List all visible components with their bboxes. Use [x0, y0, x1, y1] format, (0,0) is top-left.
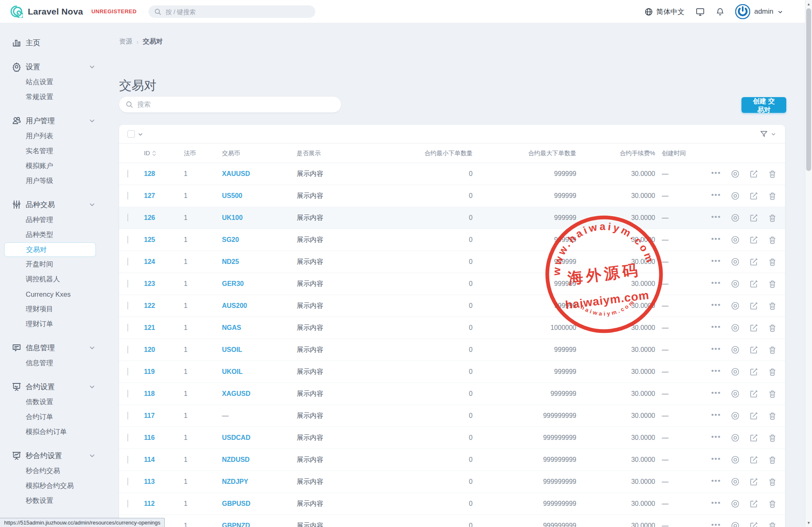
edit-icon[interactable] — [749, 521, 758, 527]
table-row[interactable]: 119 1 UKOIL 展示内容 0 999999 30.0000 — ••• — [119, 361, 785, 383]
row-more-actions-button[interactable]: ••• — [711, 301, 721, 311]
column-header-ID[interactable]: ID — [137, 150, 177, 156]
user-menu[interactable]: admin — [735, 4, 783, 19]
edit-icon[interactable] — [749, 191, 758, 200]
view-icon[interactable] — [731, 323, 740, 332]
table-row[interactable]: 113 1 NZDJPY 展示内容 0 999999999 30.0000 — … — [119, 471, 785, 493]
sidebar-section-设置[interactable]: 设置 — [0, 59, 114, 75]
edit-icon[interactable] — [749, 433, 758, 442]
row-checkbox[interactable] — [127, 412, 128, 420]
view-icon[interactable] — [731, 213, 740, 222]
row-checkbox[interactable] — [127, 500, 128, 507]
view-icon[interactable] — [731, 169, 740, 178]
delete-icon[interactable] — [768, 346, 777, 354]
table-row[interactable]: 122 1 AUS200 展示内容 0 999999 30.0000 — ••• — [119, 295, 785, 317]
edit-icon[interactable] — [749, 345, 758, 354]
create-resource-button[interactable]: 创建 交易对 — [741, 97, 786, 113]
sidebar-item-秒数设置[interactable]: 秒数设置 — [0, 493, 114, 508]
row-checkbox[interactable] — [127, 170, 128, 178]
row-checkbox[interactable] — [127, 214, 128, 222]
edit-icon[interactable] — [749, 235, 758, 244]
sidebar-item-品种类型[interactable]: 品种类型 — [0, 227, 114, 242]
delete-icon[interactable] — [768, 236, 777, 244]
edit-icon[interactable] — [749, 301, 758, 310]
row-coin-link[interactable]: GBPUSD — [222, 500, 250, 507]
sidebar-item-理财项目[interactable]: 理财项目 — [0, 302, 114, 317]
row-id-link[interactable]: 119 — [144, 368, 155, 375]
row-checkbox[interactable] — [127, 324, 128, 332]
sidebar-item-模拟秒合约交易[interactable]: 模拟秒合约交易 — [0, 478, 114, 493]
row-coin-link[interactable]: USOIL — [222, 346, 242, 353]
sidebar-item-倍数设置[interactable]: 倍数设置 — [0, 395, 114, 410]
view-icon[interactable] — [731, 433, 740, 442]
view-icon[interactable] — [731, 301, 740, 310]
row-id-link[interactable]: 127 — [144, 192, 155, 199]
row-more-actions-button[interactable]: ••• — [711, 345, 721, 355]
row-id-link[interactable]: 120 — [144, 346, 155, 353]
sidebar-item-开盘时间[interactable]: 开盘时间 — [0, 257, 114, 272]
row-id-link[interactable]: 118 — [144, 390, 155, 397]
locale-switcher[interactable]: 简体中文 — [644, 7, 685, 17]
row-coin-link[interactable]: XAUUSD — [222, 170, 250, 177]
sort-icon[interactable] — [152, 151, 156, 156]
row-coin-link[interactable]: NZDUSD — [222, 456, 250, 463]
view-icon[interactable] — [731, 345, 740, 354]
delete-icon[interactable] — [768, 478, 777, 486]
row-more-actions-button[interactable]: ••• — [711, 411, 721, 421]
row-id-link[interactable]: 116 — [144, 434, 155, 441]
scroll-up-arrow[interactable]: ▲ — [805, 1, 812, 7]
row-coin-link[interactable]: USDCAD — [222, 434, 250, 441]
row-checkbox[interactable] — [127, 236, 128, 244]
row-id-link[interactable]: 117 — [144, 412, 155, 419]
row-more-actions-button[interactable]: ••• — [711, 455, 721, 465]
sidebar-item-品种管理[interactable]: 品种管理 — [0, 212, 114, 227]
delete-icon[interactable] — [768, 302, 777, 310]
sidebar-item-Currency Kxes[interactable]: Currency Kxes — [0, 287, 114, 302]
view-icon[interactable] — [731, 455, 740, 464]
row-checkbox[interactable] — [127, 192, 128, 200]
row-more-actions-button[interactable]: ••• — [711, 257, 721, 267]
row-id-link[interactable]: 124 — [144, 258, 155, 265]
delete-icon[interactable] — [768, 324, 777, 332]
sidebar-item-信息管理[interactable]: 信息管理 — [0, 356, 114, 371]
row-id-link[interactable]: 121 — [144, 324, 155, 331]
row-id-link[interactable]: 113 — [144, 478, 155, 485]
row-more-actions-button[interactable]: ••• — [711, 279, 721, 289]
row-checkbox[interactable] — [127, 390, 128, 398]
filter-dropdown[interactable] — [759, 129, 776, 139]
scroll-down-arrow[interactable]: ▼ — [805, 520, 812, 526]
row-more-actions-button[interactable]: ••• — [711, 477, 721, 487]
select-all-checkbox[interactable] — [127, 130, 135, 138]
row-coin-link[interactable]: NGAS — [222, 324, 241, 331]
table-row[interactable]: 118 1 XAGUSD 展示内容 0 9999999 30.0000 — ••… — [119, 383, 785, 405]
row-more-actions-button[interactable]: ••• — [711, 235, 721, 245]
row-checkbox[interactable] — [127, 478, 128, 486]
delete-icon[interactable] — [768, 434, 777, 442]
view-icon[interactable] — [731, 235, 740, 244]
sidebar-item-合约订单[interactable]: 合约订单 — [0, 410, 114, 425]
table-row[interactable]: 125 1 SG20 展示内容 0 999999 30.0000 — ••• — [119, 229, 785, 251]
row-more-actions-button[interactable]: ••• — [711, 213, 721, 223]
sidebar-section-秒合约设置[interactable]: 秒合约设置 — [0, 448, 114, 464]
row-checkbox[interactable] — [127, 280, 128, 288]
table-row[interactable]: 121 1 NGAS 展示内容 0 1000000 30.0000 — ••• — [119, 317, 785, 339]
sidebar-section-信息管理[interactable]: 信息管理 — [0, 340, 114, 356]
sidebar-item-交易对[interactable]: 交易对 — [4, 242, 96, 257]
breadcrumb-root[interactable]: 资源 — [119, 37, 132, 46]
edit-icon[interactable] — [749, 477, 758, 486]
resource-search[interactable] — [119, 97, 341, 112]
row-id-link[interactable]: 126 — [144, 214, 155, 221]
table-row[interactable]: 116 1 USDCAD 展示内容 0 999999999 30.0000 — … — [119, 427, 785, 449]
sidebar-item-模拟合约订单[interactable]: 模拟合约订单 — [0, 425, 114, 439]
sidebar-item-实名管理[interactable]: 实名管理 — [0, 144, 114, 159]
row-more-actions-button[interactable]: ••• — [711, 323, 721, 333]
row-id-link[interactable]: 122 — [144, 302, 155, 309]
delete-icon[interactable] — [768, 500, 777, 508]
row-coin-link[interactable]: UK100 — [222, 214, 243, 221]
table-row[interactable]: 128 1 XAUUSD 展示内容 0 999999 30.0000 — ••• — [119, 163, 785, 185]
edit-icon[interactable] — [749, 389, 758, 398]
table-row[interactable]: 123 1 GER30 展示内容 0 999999 30.0000 — ••• — [119, 273, 785, 295]
table-row[interactable]: 112 1 GBPUSD 展示内容 0 999999999 30.0000 — … — [119, 493, 785, 515]
row-id-link[interactable]: 128 — [144, 170, 155, 177]
delete-icon[interactable] — [768, 214, 777, 222]
